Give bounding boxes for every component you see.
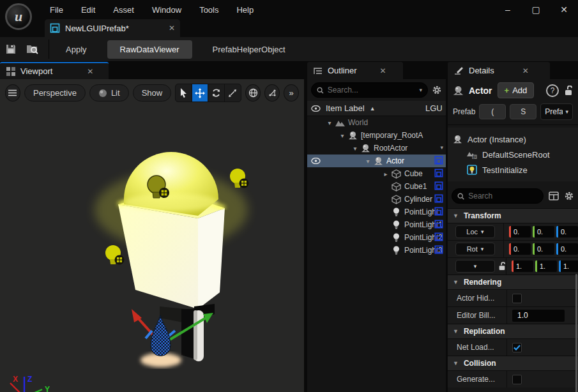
menu-tools[interactable]: Tools [190,1,227,19]
save-icon[interactable] [0,40,22,59]
viewport-more-button[interactable]: » [284,84,299,102]
transform-value-x[interactable]: 0. [509,226,531,237]
property-value-input[interactable]: 1.0 [512,310,565,322]
display-options-icon[interactable] [549,192,559,200]
add-component-button[interactable]: +Add [498,82,535,98]
menu-file[interactable]: File [41,1,72,19]
menu-edit[interactable]: Edit [72,1,104,19]
help-icon[interactable]: ? [546,84,559,97]
transform-value-y[interactable]: 0. [533,226,554,237]
section-header-replication[interactable]: ▼Replication [448,324,578,338]
details-search-input[interactable] [468,192,538,200]
apply-button[interactable]: Apply [54,40,98,59]
viewport-3d-area[interactable]: Perspective Lit Show [0,79,304,392]
prefab-helper-object-button[interactable]: PrefabHelperObject [201,40,297,59]
raw-data-viewer-button[interactable]: RawDataViewer [107,40,192,59]
property-checkbox[interactable] [512,343,522,352]
rotate-tool-icon[interactable] [208,84,225,102]
lgui-prefab-badge-icon[interactable] [434,232,443,241]
row-chevron-icon[interactable]: ▾ [440,144,443,151]
lgui-prefab-badge-icon[interactable] [434,169,443,177]
details-search-box[interactable] [452,188,544,204]
expander-icon[interactable]: ▸ [381,170,390,177]
component-actor-instance-[interactable]: Actor (Instance) [448,132,578,147]
lgui-prefab-badge-icon[interactable] [434,220,443,229]
show-dropdown[interactable]: Show [133,84,172,102]
transform-axis-dropdown[interactable]: Loc▾ [455,225,495,238]
unreal-logo-icon[interactable]: u [5,3,32,30]
visibility-eye-icon[interactable] [311,105,321,112]
tree-item-rootactor[interactable]: ▾RootActor▾ [307,142,446,155]
outliner-search-input[interactable] [328,86,416,94]
tree-item-cylinder[interactable]: Cylinder [307,193,446,206]
property-checkbox[interactable] [512,294,522,303]
menu-help[interactable]: Help [227,1,262,19]
world-coordinate-icon[interactable] [245,84,261,102]
transform-value-x[interactable]: 1. [512,260,533,272]
close-window-button[interactable]: ✕ [550,0,578,19]
details-settings-gear-icon[interactable] [564,191,574,201]
scale-lock-icon[interactable] [498,262,506,271]
minimize-button[interactable]: – [494,0,522,19]
tree-item-actor[interactable]: ▾Actor [307,155,446,167]
outliner-search-box[interactable]: ▾ [311,82,428,98]
menu-window[interactable]: Window [143,1,190,19]
lgui-prefab-badge-icon[interactable] [434,207,443,216]
maximize-button[interactable]: ▢ [522,0,550,19]
outliner-column-header[interactable]: Item Label ▲ LGUI [307,101,446,116]
details-scrollbar[interactable] [575,274,577,392]
tree-item--temporary-roota[interactable]: ▾[temporary_RootA [307,129,446,142]
component-testinitialize[interactable]: TestInitialize [448,162,578,177]
tab-details[interactable]: Details ✕ [448,62,550,79]
viewport-tab-close-icon[interactable]: ✕ [87,67,93,76]
eye-icon[interactable] [307,158,324,164]
search-filter-chevron-icon[interactable]: ▾ [419,87,422,93]
move-tool-icon[interactable] [192,84,209,102]
expander-icon[interactable]: ▾ [338,132,347,139]
outliner-settings-gear-icon[interactable] [432,85,442,95]
section-header-rendering[interactable]: ▼Rendering [448,275,578,289]
viewport-options-icon[interactable] [5,84,20,102]
lgui-prefab-badge-icon[interactable] [434,156,443,165]
menu-asset[interactable]: Asset [104,1,143,19]
transform-axis-dropdown[interactable]: Rot▾ [455,243,495,255]
lgui-prefab-badge-icon[interactable] [434,194,443,203]
transform-value-x[interactable]: 0. [509,243,531,255]
transform-axis-dropdown[interactable]: ▾ [455,260,495,273]
tree-item-pointlight2[interactable]: PointLight2 [307,231,446,244]
expander-icon[interactable]: ▾ [325,119,334,126]
scale-tool-icon[interactable] [225,84,241,102]
expander-icon[interactable]: ▾ [351,145,360,152]
transform-value-y[interactable]: 0. [533,243,554,255]
tree-item-cube[interactable]: ▸Cube [307,167,446,180]
select-tool-icon[interactable] [176,84,192,102]
surface-snapping-icon[interactable] [264,84,280,102]
lgui-prefab-badge-icon[interactable] [434,181,443,190]
browse-to-asset-icon[interactable] [22,40,43,59]
tab-outliner[interactable]: Outliner ✕ [307,62,403,79]
lgui-prefab-badge-icon[interactable] [434,245,443,254]
transform-value-y[interactable]: 1. [535,260,557,272]
tree-item-pointlight3[interactable]: PointLight3 [307,244,446,257]
prefab-button-2[interactable]: S [510,104,536,119]
outliner-tab-close-icon[interactable]: ✕ [380,66,386,75]
section-header-transform[interactable]: ▼Transform [448,208,578,223]
tree-item-pointlight1[interactable]: PointLight1 [307,218,446,231]
transform-value-z[interactable]: 0. [556,243,578,255]
property-checkbox[interactable] [512,375,522,384]
tab-newlguiprefab[interactable]: NewLGUIPrefab* ✕ [45,19,180,37]
details-tab-close-icon[interactable]: ✕ [522,66,529,75]
unlock-icon[interactable] [564,86,573,96]
transform-value-z[interactable]: 1. [559,260,578,272]
perspective-dropdown[interactable]: Perspective [24,84,86,102]
tab-close-icon[interactable]: ✕ [169,24,175,33]
transform-value-z[interactable]: 0. [556,226,578,237]
expander-icon[interactable]: ▾ [363,158,372,165]
tab-viewport[interactable]: Viewport ✕ [0,62,109,79]
prefab-button-1[interactable]: ( [479,104,506,119]
component-defaultsceneroot[interactable]: CDefaultSceneRoot [448,147,578,162]
tree-item-pointlight[interactable]: PointLight [307,206,446,218]
tree-item-cube1[interactable]: Cube1 [307,180,446,193]
lit-dropdown[interactable]: Lit [89,84,129,102]
tree-item-world[interactable]: ▾World [307,116,446,129]
